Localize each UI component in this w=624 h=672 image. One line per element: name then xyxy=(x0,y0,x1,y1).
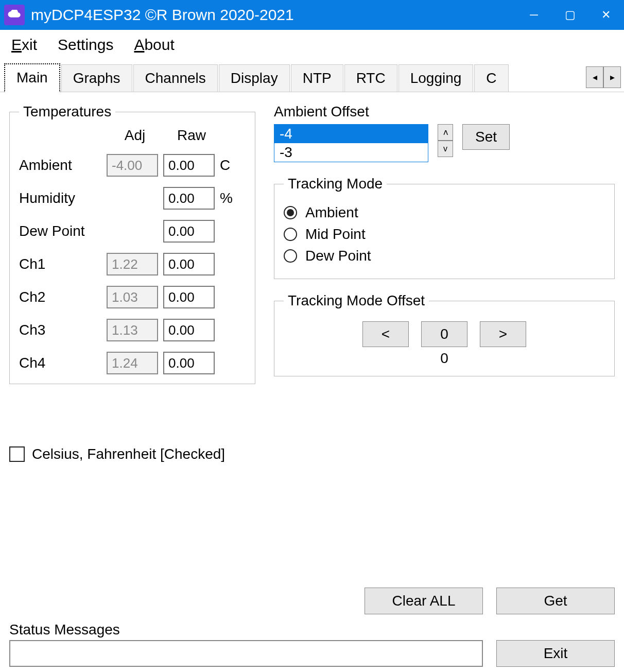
unit-checkbox-row[interactable]: Celsius, Fahrenheit [Checked] xyxy=(9,446,615,462)
checkbox-icon xyxy=(9,446,25,462)
tab-graphs[interactable]: Graphs xyxy=(61,64,132,92)
ch4-adj xyxy=(107,352,158,374)
tab-scroll-left[interactable]: ◂ xyxy=(586,66,603,88)
ambient-offset-list[interactable]: -4 -3 xyxy=(274,124,428,162)
tab-ntp[interactable]: NTP xyxy=(291,64,343,92)
tmo-current: 0 xyxy=(284,350,605,367)
header-adj: Adj xyxy=(107,127,163,144)
set-button[interactable]: Set xyxy=(462,124,510,150)
ch2-raw xyxy=(163,286,215,308)
unit-checkbox-label: Celsius, Fahrenheit [Checked] xyxy=(32,446,225,462)
minimize-button[interactable]: ─ xyxy=(516,0,552,30)
label-ch4: Ch4 xyxy=(19,355,107,371)
unit-humidity: % xyxy=(220,190,246,206)
get-button[interactable]: Get xyxy=(496,588,615,614)
ambient-offset-section: Ambient Offset -4 -3 ʌ v Set xyxy=(274,104,615,162)
radio-midpoint[interactable]: Mid Point xyxy=(284,226,605,243)
ambient-offset-title: Ambient Offset xyxy=(274,104,615,120)
tracking-mode-group: Tracking Mode Ambient Mid Point Dew Poin… xyxy=(274,176,615,279)
menu-exit[interactable]: Exit xyxy=(11,36,37,54)
tab-scroll-right[interactable]: ▸ xyxy=(603,66,621,88)
client-area: Temperatures Adj Raw Ambient C Humidity … xyxy=(0,92,624,672)
tabstrip: Main Graphs Channels Display NTP RTC Log… xyxy=(0,63,624,92)
titlebar: myDCP4ESP32 ©R Brown 2020-2021 ─ ▢ ✕ xyxy=(0,0,624,30)
tracking-mode-offset-legend: Tracking Mode Offset xyxy=(284,292,429,309)
offset-option-1[interactable]: -3 xyxy=(274,143,428,162)
tracking-mode-offset-group: Tracking Mode Offset < 0 > 0 xyxy=(274,292,615,376)
radio-label-ambient: Ambient xyxy=(305,204,358,221)
app-window: myDCP4ESP32 ©R Brown 2020-2021 ─ ▢ ✕ Exi… xyxy=(0,0,624,672)
header-raw: Raw xyxy=(163,127,220,144)
tab-channels[interactable]: Channels xyxy=(133,64,218,92)
tab-display[interactable]: Display xyxy=(219,64,290,92)
radio-dewpoint[interactable]: Dew Point xyxy=(284,248,605,264)
tab-rtc[interactable]: RTC xyxy=(344,64,397,92)
radio-icon xyxy=(284,206,297,219)
ch3-raw xyxy=(163,319,215,341)
temperatures-group: Temperatures Adj Raw Ambient C Humidity … xyxy=(9,104,255,384)
window-title: myDCP4ESP32 ©R Brown 2020-2021 xyxy=(31,6,516,24)
radio-label-dewpoint: Dew Point xyxy=(305,248,371,264)
app-icon xyxy=(4,5,25,25)
maximize-button[interactable]: ▢ xyxy=(552,0,588,30)
radio-ambient[interactable]: Ambient xyxy=(284,204,605,221)
label-ambient: Ambient xyxy=(19,157,107,174)
clear-all-button[interactable]: Clear ALL xyxy=(365,588,483,614)
tmo-increase-button[interactable]: > xyxy=(480,321,526,347)
ch1-adj xyxy=(107,253,158,275)
dewpoint-raw xyxy=(163,220,215,243)
ch2-adj xyxy=(107,286,158,308)
exit-button[interactable]: Exit xyxy=(496,640,615,667)
ambient-raw xyxy=(163,154,215,177)
label-ch1: Ch1 xyxy=(19,256,107,272)
radio-label-midpoint: Mid Point xyxy=(305,226,366,243)
offset-option-0[interactable]: -4 xyxy=(274,125,428,143)
status-label: Status Messages xyxy=(9,622,615,638)
label-ch3: Ch3 xyxy=(19,322,107,338)
temperatures-legend: Temperatures xyxy=(19,104,115,120)
label-ch2: Ch2 xyxy=(19,289,107,305)
close-button[interactable]: ✕ xyxy=(588,0,624,30)
offset-spin-up[interactable]: ʌ xyxy=(438,124,453,141)
tab-logging[interactable]: Logging xyxy=(398,64,474,92)
unit-ambient: C xyxy=(220,157,246,174)
tmo-decrease-button[interactable]: < xyxy=(362,321,409,347)
label-humidity: Humidity xyxy=(19,190,107,206)
menubar: Exit Settings About xyxy=(0,30,624,63)
ch3-adj xyxy=(107,319,158,341)
humidity-raw xyxy=(163,187,215,210)
tmo-value-button[interactable]: 0 xyxy=(421,321,467,347)
tracking-mode-legend: Tracking Mode xyxy=(284,176,387,192)
status-messages xyxy=(9,640,483,667)
tab-overflow[interactable]: C xyxy=(474,64,508,92)
label-dewpoint: Dew Point xyxy=(19,223,107,239)
offset-spin-down[interactable]: v xyxy=(438,141,453,157)
ambient-adj xyxy=(107,154,158,177)
ch1-raw xyxy=(163,253,215,275)
radio-icon xyxy=(284,228,297,241)
menu-settings[interactable]: Settings xyxy=(58,36,113,54)
menu-about[interactable]: About xyxy=(134,36,174,54)
ch4-raw xyxy=(163,352,215,374)
tab-main[interactable]: Main xyxy=(4,63,60,92)
radio-icon xyxy=(284,249,297,263)
